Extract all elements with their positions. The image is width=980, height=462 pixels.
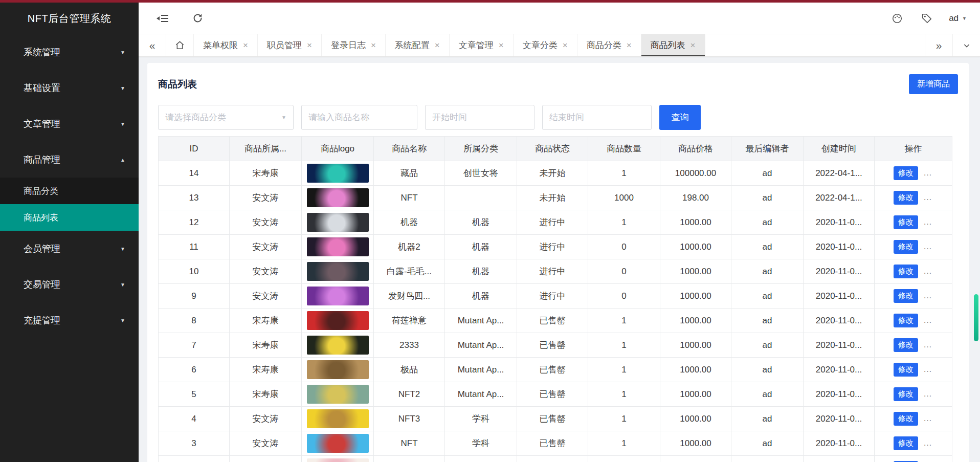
close-icon[interactable]: × bbox=[307, 41, 312, 50]
cell-logo bbox=[302, 431, 374, 456]
search-button[interactable]: 查询 bbox=[659, 105, 701, 130]
cell-editor: ad bbox=[731, 161, 804, 186]
sidebar-item-会员管理[interactable]: 会员管理▼ bbox=[0, 231, 139, 267]
edit-button[interactable]: 修改 bbox=[894, 166, 918, 180]
sidebar-item-label: 基础设置 bbox=[24, 82, 60, 94]
cell-price: 1000.00 bbox=[660, 309, 731, 333]
edit-button[interactable]: 修改 bbox=[894, 240, 918, 254]
more-actions-button[interactable]: … bbox=[923, 438, 933, 448]
tabs-scroll-left-button[interactable]: « bbox=[139, 34, 166, 56]
chevron-down-icon: ▼ bbox=[120, 246, 125, 252]
collapse-sidebar-button[interactable] bbox=[155, 11, 170, 26]
sidebar-subitem-商品列表[interactable]: 商品列表 bbox=[0, 204, 139, 231]
product-name-input[interactable] bbox=[301, 105, 417, 130]
sidebar-menu: 系统管理▼基础设置▼文章管理▼商品管理▲商品分类商品列表会员管理▼交易管理▼充提… bbox=[0, 34, 139, 338]
edit-button[interactable]: 修改 bbox=[894, 338, 918, 352]
more-actions-button[interactable]: … bbox=[923, 364, 933, 374]
edit-button[interactable]: 修改 bbox=[894, 412, 918, 426]
tabs-menu-button[interactable] bbox=[952, 34, 980, 56]
close-icon[interactable]: × bbox=[435, 41, 440, 50]
start-time-input[interactable] bbox=[425, 105, 534, 130]
edit-button[interactable]: 修改 bbox=[894, 314, 918, 327]
cell-id: 2 bbox=[159, 456, 230, 462]
home-tab[interactable] bbox=[166, 34, 194, 56]
cell-editor: ad bbox=[731, 407, 804, 431]
tab-职员管理[interactable]: 职员管理× bbox=[258, 34, 322, 56]
sidebar-item-交易管理[interactable]: 交易管理▼ bbox=[0, 267, 139, 302]
close-icon[interactable]: × bbox=[563, 41, 568, 50]
close-icon[interactable]: × bbox=[499, 41, 504, 50]
cell-editor: ad bbox=[731, 210, 804, 235]
close-icon[interactable]: × bbox=[371, 41, 376, 50]
close-icon[interactable]: × bbox=[691, 41, 696, 50]
edit-button[interactable]: 修改 bbox=[894, 191, 918, 205]
cell-owner: 安文涛 bbox=[230, 407, 302, 431]
tab-文章管理[interactable]: 文章管理× bbox=[450, 34, 514, 56]
sidebar-item-充提管理[interactable]: 充提管理▼ bbox=[0, 302, 139, 338]
more-actions-button[interactable]: … bbox=[923, 413, 933, 423]
edit-button[interactable]: 修改 bbox=[894, 363, 918, 377]
more-actions-button[interactable]: … bbox=[923, 340, 933, 349]
add-product-button[interactable]: 新增商品 bbox=[909, 74, 958, 94]
cell-editor: ad bbox=[731, 333, 804, 358]
more-actions-button[interactable]: … bbox=[923, 266, 933, 276]
more-actions-button[interactable]: … bbox=[923, 389, 933, 399]
cell-created: 2020-11-0... bbox=[804, 284, 875, 309]
cell-id: 11 bbox=[159, 235, 230, 259]
edit-button[interactable]: 修改 bbox=[894, 387, 918, 401]
sidebar-item-系统管理[interactable]: 系统管理▼ bbox=[0, 34, 139, 70]
sidebar-item-基础设置[interactable]: 基础设置▼ bbox=[0, 70, 139, 106]
cell-created: 2020-11-0... bbox=[804, 309, 875, 333]
edit-button[interactable]: 修改 bbox=[894, 265, 918, 278]
edit-button[interactable]: 修改 bbox=[894, 436, 918, 450]
close-icon[interactable]: × bbox=[627, 41, 632, 50]
cell-operations: 修改… bbox=[875, 358, 952, 382]
cell-price: 1000.00 bbox=[660, 235, 731, 259]
cell-category: Mutant Ap... bbox=[445, 333, 517, 358]
cell-price: 1000.00 bbox=[660, 358, 731, 382]
refresh-button[interactable] bbox=[190, 11, 205, 26]
close-icon[interactable]: × bbox=[243, 41, 248, 50]
edit-button[interactable]: 修改 bbox=[894, 215, 918, 229]
cell-created: 2020-11-0... bbox=[804, 210, 875, 235]
sidebar-item-文章管理[interactable]: 文章管理▼ bbox=[0, 106, 139, 142]
cell-operations: 修改… bbox=[875, 407, 952, 431]
cell-category: Mutant Ap... bbox=[445, 358, 517, 382]
end-time-input[interactable] bbox=[542, 105, 652, 130]
sidebar-item-商品管理[interactable]: 商品管理▲ bbox=[0, 142, 139, 178]
tab-label: 菜单权限 bbox=[203, 39, 238, 51]
edit-button[interactable]: 修改 bbox=[894, 289, 918, 303]
cell-operations: 修改… bbox=[875, 210, 952, 235]
more-actions-button[interactable]: … bbox=[923, 241, 933, 251]
sidebar-subitem-商品分类[interactable]: 商品分类 bbox=[0, 178, 139, 204]
tab-商品分类[interactable]: 商品分类× bbox=[577, 34, 641, 56]
tab-登录日志[interactable]: 登录日志× bbox=[322, 34, 386, 56]
more-actions-button[interactable]: … bbox=[923, 217, 933, 227]
category-select[interactable]: 请选择商品分类 ▼ bbox=[158, 105, 294, 130]
cell-category bbox=[445, 186, 517, 210]
tab-商品列表[interactable]: 商品列表× bbox=[641, 34, 705, 56]
tab-系统配置[interactable]: 系统配置× bbox=[386, 34, 450, 56]
tags-button[interactable] bbox=[919, 11, 934, 26]
cell-price: 1000.00 bbox=[660, 456, 731, 462]
username: ad bbox=[949, 13, 959, 24]
table-row: 7宋寿康2333Mutant Ap...已售罄11000.00ad2020-11… bbox=[159, 333, 952, 358]
collapse-icon bbox=[157, 13, 169, 24]
more-actions-button[interactable]: … bbox=[923, 168, 933, 178]
cell-id: 8 bbox=[159, 309, 230, 333]
cell-status: 未开始 bbox=[517, 161, 588, 186]
tab-文章分类[interactable]: 文章分类× bbox=[514, 34, 577, 56]
cell-quantity: 1 bbox=[588, 407, 660, 431]
theme-button[interactable] bbox=[889, 11, 905, 26]
more-actions-button[interactable]: … bbox=[923, 291, 933, 300]
cell-quantity: 1 bbox=[588, 161, 660, 186]
more-actions-button[interactable]: … bbox=[923, 192, 933, 202]
scrollbar-thumb[interactable] bbox=[974, 294, 978, 341]
cell-category: 机器 bbox=[445, 284, 517, 309]
tabs-scroll-right-button[interactable]: » bbox=[925, 34, 952, 56]
tab-菜单权限[interactable]: 菜单权限× bbox=[194, 34, 258, 56]
cell-owner: 宋寿康 bbox=[230, 333, 302, 358]
more-actions-button[interactable]: … bbox=[923, 315, 933, 325]
cell-editor: ad bbox=[731, 235, 804, 259]
user-menu[interactable]: ad ▼ bbox=[949, 13, 967, 24]
